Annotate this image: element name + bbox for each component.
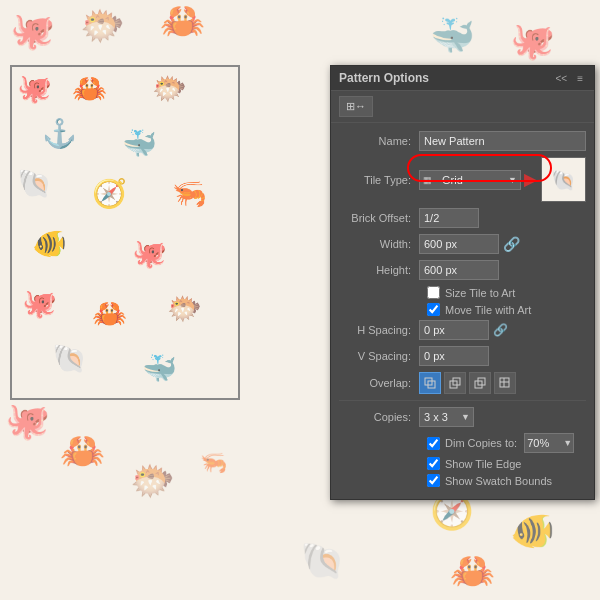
panel-toolbar: ⊞↔ (331, 91, 594, 123)
v-spacing-label: V Spacing: (339, 350, 419, 362)
overlap-buttons (419, 372, 516, 394)
dim-copies-pct-select[interactable]: 50% 60% 70% 80% 90% (524, 433, 574, 453)
tile-type-select-wrapper: ▦ Grid Brick by Row Brick by Column Hex … (419, 170, 521, 190)
link-spacing-icon[interactable]: 🔗 (493, 323, 508, 337)
copies-select-wrap: 3 x 3 5 x 5 7 x 7 ▼ (419, 407, 474, 427)
brick-offset-row: Brick Offset: 1/2 1/3 1/4 (339, 208, 586, 228)
panel-controls: << ≡ (552, 72, 586, 85)
show-swatch-bounds-label: Show Swatch Bounds (445, 475, 552, 487)
panel-titlebar: Pattern Options << ≡ (331, 66, 594, 91)
width-input-group: 🔗 (419, 234, 586, 254)
deco-octopus-1: 🐙 (10, 10, 55, 52)
h-spacing-label: H Spacing: (339, 324, 419, 336)
tile-type-grid-icon: ▦ (423, 175, 432, 185)
deco-fish-1: 🐡 (80, 5, 125, 47)
h-spacing-input[interactable] (419, 320, 489, 340)
deco-fish-3: 🐡 (130, 460, 175, 502)
canvas-octopus-1: 🐙 (17, 72, 52, 105)
canvas-whale-2: 🐳 (142, 352, 177, 385)
dim-copies-checkbox[interactable] (427, 437, 440, 450)
panel-menu-btn[interactable]: ≡ (574, 72, 586, 85)
show-swatch-bounds-row: Show Swatch Bounds (339, 474, 586, 487)
canvas-seahorse: 🦀 (72, 72, 107, 105)
size-tile-row: Size Tile to Art (339, 286, 586, 299)
h-spacing-input-group: 🔗 (419, 320, 586, 340)
pattern-options-panel: Pattern Options << ≡ ⊞↔ Name: Tile Type:… (330, 65, 595, 500)
move-tile-row: Move Tile with Art (339, 303, 586, 316)
overlap-btn-4[interactable] (494, 372, 516, 394)
canvas-octopus-3: 🐙 (22, 287, 57, 320)
link-dimensions-icon[interactable]: 🔗 (503, 236, 520, 252)
canvas-shell-1: 🐚 (17, 167, 52, 200)
copies-select[interactable]: 3 x 3 5 x 5 7 x 7 (419, 407, 474, 427)
v-spacing-input[interactable] (419, 346, 489, 366)
panel-body: Name: Tile Type: ▦ Grid Brick by Row Bri… (331, 123, 594, 499)
name-row: Name: (339, 131, 586, 151)
deco-octopus-3: 🐙 (5, 400, 50, 442)
red-arrow-icon: ▶ (524, 170, 536, 189)
height-label: Height: (339, 264, 419, 276)
deco-crab: 🦀 (450, 550, 495, 592)
canvas-shell-2: 🐚 (52, 342, 87, 375)
dim-copies-label: Dim Copies to: (445, 437, 517, 449)
name-label: Name: (339, 135, 419, 147)
height-input[interactable] (419, 260, 499, 280)
canvas-octopus-2: 🐙 (132, 237, 167, 270)
size-tile-checkbox[interactable] (427, 286, 440, 299)
copies-label: Copies: (339, 411, 419, 423)
move-tile-label: Move Tile with Art (445, 304, 531, 316)
show-swatch-bounds-checkbox[interactable] (427, 474, 440, 487)
canvas-inner: 🐙 🦀 🐡 ⚓ 🐳 🐚 🧭 🦐 🐠 🐙 🐙 🦀 🐡 🐚 🐳 (12, 67, 238, 398)
width-label: Width: (339, 238, 419, 250)
overlap-btn-1[interactable] (419, 372, 441, 394)
brick-offset-label: Brick Offset: (339, 212, 419, 224)
canvas-shrimp: 🦐 (172, 177, 207, 210)
deco-shrimp: 🦐 (200, 450, 227, 476)
move-tile-checkbox[interactable] (427, 303, 440, 316)
overlap-btn-3[interactable] (469, 372, 491, 394)
deco-seahorse-1: 🦀 (160, 0, 205, 42)
width-row: Width: 🔗 (339, 234, 586, 254)
canvas-anchor: ⚓ (42, 117, 77, 150)
show-tile-edge-row: Show Tile Edge (339, 457, 586, 470)
size-tile-label: Size Tile to Art (445, 287, 515, 299)
tile-type-label: Tile Type: (339, 174, 419, 186)
h-spacing-row: H Spacing: 🔗 (339, 320, 586, 340)
pattern-preview-thumb: 🐚 (541, 157, 586, 202)
deco-shell-2: 🐚 (300, 540, 345, 582)
canvas-compass: 🧭 (92, 177, 127, 210)
deco-whale-1: 🐳 (430, 15, 475, 57)
width-input[interactable] (419, 234, 499, 254)
show-tile-edge-label: Show Tile Edge (445, 458, 521, 470)
tile-type-select[interactable]: Grid Brick by Row Brick by Column Hex by… (419, 170, 521, 190)
deco-fish-4: 🐠 (510, 510, 555, 552)
canvas-preview: 🐙 🦀 🐡 ⚓ 🐳 🐚 🧭 🦐 🐠 🐙 🐙 🦀 🐡 🐚 🐳 (10, 65, 240, 400)
overlap-row: Overlap: (339, 372, 586, 394)
canvas-fish-2: 🐠 (32, 227, 67, 260)
brick-offset-select[interactable]: 1/2 1/3 1/4 (419, 208, 479, 228)
overlap-btn-2[interactable] (444, 372, 466, 394)
height-row: Height: (339, 260, 586, 280)
grid-toggle-btn[interactable]: ⊞↔ (339, 96, 373, 117)
canvas-fish-1: 🐡 (152, 72, 187, 105)
panel-title: Pattern Options (339, 71, 429, 85)
canvas-whale: 🐳 (122, 127, 157, 160)
show-tile-edge-checkbox[interactable] (427, 457, 440, 470)
deco-seahorse-2: 🦀 (60, 430, 105, 472)
divider-1 (339, 400, 586, 401)
tile-type-row: Tile Type: ▦ Grid Brick by Row Brick by … (339, 157, 586, 202)
overlap-label: Overlap: (339, 377, 419, 389)
v-spacing-row: V Spacing: (339, 346, 586, 366)
canvas-seahorse-2: 🦀 (92, 297, 127, 330)
deco-octopus-2: 🐙 (510, 20, 555, 62)
copies-row: Copies: 3 x 3 5 x 5 7 x 7 ▼ (339, 407, 586, 427)
canvas-fish-3: 🐡 (167, 292, 202, 325)
name-input[interactable] (419, 131, 586, 151)
dim-copies-row: Dim Copies to: 50% 60% 70% 80% 90% ▼ (339, 433, 586, 453)
panel-collapse-btn[interactable]: << (552, 72, 570, 85)
dim-copies-pct-wrap: 50% 60% 70% 80% 90% ▼ (520, 433, 574, 453)
